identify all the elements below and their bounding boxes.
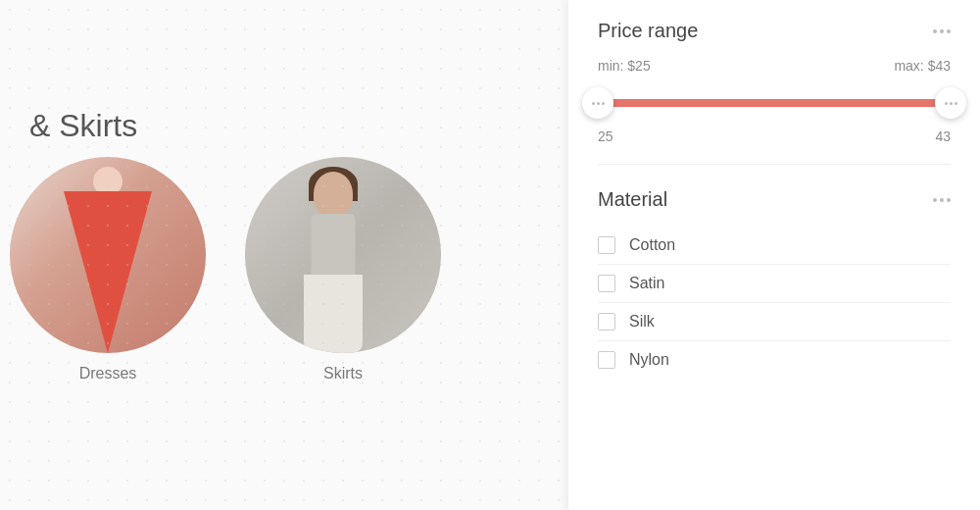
price-range-header: Price range [598, 20, 951, 42]
list-item[interactable]: Skirts [245, 157, 441, 382]
slider-value-labels: 25 43 [598, 128, 951, 144]
thumb-dot [945, 102, 948, 105]
thumb-dots-icon [945, 102, 957, 105]
slider-fill [598, 99, 951, 107]
slider-thumb-max[interactable] [935, 87, 966, 119]
material-title: Material [598, 188, 667, 211]
product-label-skirts: Skirts [323, 365, 363, 382]
satin-label: Satin [629, 275, 664, 292]
price-range-title: Price range [598, 20, 698, 42]
price-max-label: max: $43 [894, 58, 951, 74]
list-item[interactable]: Cotton [598, 227, 951, 264]
material-list: Cotton Satin Silk Nylon [598, 227, 951, 379]
product-image-dresses [10, 157, 206, 353]
nylon-label: Nylon [629, 351, 669, 369]
dress-body [64, 191, 152, 353]
thumb-dot [950, 102, 953, 105]
dot-icon [940, 29, 944, 33]
cotton-checkbox[interactable] [598, 236, 615, 254]
dot-icon [933, 198, 937, 202]
dot-icon [947, 29, 951, 33]
list-item[interactable]: Silk [598, 302, 951, 340]
page-title: & Skirts [29, 108, 137, 144]
cotton-label: Cotton [629, 236, 675, 254]
slider-min-value: 25 [598, 128, 613, 144]
dot-icon [933, 29, 937, 33]
thumb-dot [602, 102, 605, 105]
material-header: Material [598, 188, 951, 211]
price-range-section: Price range min: $25 max: $43 [598, 20, 951, 165]
product-image-skirts [245, 157, 441, 353]
product-grid: Dresses Skirts [0, 157, 441, 382]
material-options-button[interactable] [933, 198, 951, 202]
slider-max-value: 43 [935, 128, 951, 144]
skirt-head [314, 172, 353, 216]
product-listing: & Skirts Dresses Skirts [0, 0, 568, 510]
skirt-skirt [304, 275, 363, 353]
nylon-checkbox[interactable] [598, 351, 615, 369]
thumb-dots-icon [592, 102, 605, 105]
skirt-torso [312, 214, 356, 282]
silk-label: Silk [629, 313, 655, 331]
filter-panel: Price range min: $25 max: $43 [568, 0, 980, 510]
dot-icon [940, 198, 944, 202]
price-min-label: min: $25 [598, 58, 651, 74]
dress-figure [64, 167, 152, 353]
list-item[interactable]: Satin [598, 264, 951, 302]
satin-checkbox[interactable] [598, 275, 615, 292]
thumb-dot [592, 102, 595, 105]
skirt-figure [274, 167, 392, 353]
dot-icon [947, 198, 951, 202]
silk-checkbox[interactable] [598, 313, 615, 331]
price-slider[interactable] [598, 85, 951, 121]
price-range-options-button[interactable] [933, 29, 951, 33]
list-item[interactable]: Nylon [598, 340, 951, 379]
product-label-dresses: Dresses [79, 365, 137, 382]
thumb-dot [597, 102, 600, 105]
slider-track [598, 99, 951, 107]
thumb-dot [955, 102, 957, 105]
list-item[interactable]: Dresses [10, 157, 206, 382]
material-section: Material Cotton Satin Silk Nylo [598, 188, 951, 398]
price-labels: min: $25 max: $43 [598, 58, 951, 74]
slider-thumb-min[interactable] [582, 87, 613, 119]
